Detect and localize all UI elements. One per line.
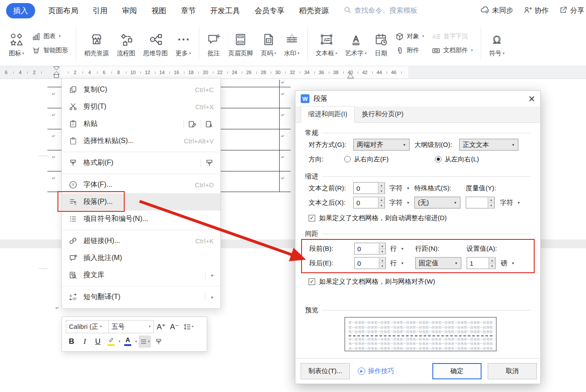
menu-item-paste-special[interactable]: 选择性粘贴(S)...Ctrl+Alt+V — [62, 132, 220, 150]
line-spacing-select[interactable]: 固定值 ▼ — [415, 257, 461, 269]
chevron-down-icon[interactable]: ▾ — [135, 340, 137, 343]
menu-item-copy[interactable]: 复制(C)Ctrl+C — [62, 81, 220, 98]
chevron-down-icon[interactable]: ▾ — [119, 340, 120, 343]
align-button[interactable]: ▾ — [139, 335, 151, 348]
space-after-spinner[interactable]: 0 ▲▼ — [354, 257, 386, 269]
alignment-select[interactable]: 两端对齐 ▼ — [353, 139, 410, 150]
menu-tab-4[interactable]: 视图 — [151, 6, 166, 16]
measure-unit-select[interactable]: 字符▼ — [500, 198, 520, 207]
share-button[interactable]: 分享 — [559, 6, 584, 16]
ribbon-word-art[interactable]: A艺术字▾ — [341, 29, 370, 58]
spin-down-icon[interactable]: ▼ — [378, 203, 385, 208]
spin-down-icon[interactable]: ▼ — [378, 188, 385, 193]
auto-adjust-indent-checkbox[interactable]: ✓ 如果定义了文档网格，则自动调整右缩进(D) — [305, 212, 531, 224]
font-color-button[interactable]: A — [122, 335, 133, 348]
tab-line-and-page-breaks[interactable]: 换行和分页(P) — [355, 107, 410, 122]
spin-up-icon[interactable]: ▲ — [379, 243, 385, 249]
menu-tab-8[interactable]: 稻壳资源 — [299, 6, 329, 16]
font-size-select[interactable]: 五号 ▾ — [108, 321, 153, 333]
tab-indents-and-spacing[interactable]: 缩进和间距(I) — [301, 106, 355, 123]
ribbon-mindmap[interactable]: 思维导图 — [139, 29, 172, 58]
menu-tab-3[interactable]: 审阅 — [122, 6, 137, 16]
underline-button[interactable]: U — [92, 335, 104, 348]
grid-align-checkbox[interactable]: ✓ 如果定义了文档网格，则与网格对齐(W) — [305, 276, 531, 287]
decrease-font-button[interactable]: A⁻ — [169, 321, 180, 333]
ribbon-docer-resources[interactable]: 稻壳资源 — [80, 29, 113, 58]
format-painter-button[interactable] — [153, 335, 164, 348]
menu-extra-format-painter-alt[interactable] — [205, 159, 214, 167]
ribbon-object[interactable]: 对象▾ — [395, 32, 424, 41]
ribbon-doc-part[interactable]: 文档部件▾ — [432, 46, 473, 55]
tips-link[interactable]: ▶ 操作技巧 — [358, 367, 394, 375]
menu-item-translate[interactable]: a中短句翻译(T)▸ — [62, 289, 220, 306]
measure-spinner[interactable]: ▲▼ — [466, 196, 495, 208]
ribbon-flowchart[interactable]: 流程图 — [113, 29, 139, 58]
special-format-select[interactable]: (无) ▼ — [414, 196, 460, 208]
ribbon-more[interactable]: 更多▾ — [172, 29, 195, 58]
ribbon-smart-graphics[interactable]: 智能图形 — [32, 46, 68, 55]
ribbon-watermark[interactable]: 水印▾ — [280, 29, 303, 58]
ribbon-attachment[interactable]: 附件 — [395, 46, 424, 55]
ribbon-text-box[interactable]: A文本框▾ — [312, 29, 341, 58]
text-after-unit-select[interactable]: 字符▼ — [389, 198, 410, 207]
menu-item-cut[interactable]: 剪切(T)Ctrl+X — [62, 98, 220, 115]
cancel-button[interactable]: 取消 — [488, 363, 537, 379]
menu-item-font[interactable]: T字体(F)...Ctrl+D — [62, 176, 220, 193]
menu-extra-paste-text[interactable]: A — [205, 120, 214, 128]
ribbon-drop-cap[interactable]: A首字下沉 — [432, 32, 473, 41]
direction-rtl-radio[interactable]: 从右向左(F) — [344, 155, 388, 163]
menu-item-search-library[interactable]: 搜文库▸ — [62, 267, 220, 284]
spin-up-icon[interactable]: ▲ — [378, 197, 385, 203]
spin-down-icon[interactable]: ▼ — [379, 263, 385, 268]
menu-tab-6[interactable]: 开发工具 — [210, 6, 240, 16]
spin-down-icon[interactable]: ▼ — [379, 249, 385, 254]
menu-item-paragraph[interactable]: ¶段落(P)... — [62, 193, 220, 210]
menu-item-bullets-numbering[interactable]: 项目符号和编号(N)... — [62, 210, 220, 228]
ok-button[interactable]: 确定 — [432, 363, 482, 379]
set-value-spinner[interactable]: 1 ▲▼ — [467, 257, 496, 269]
text-before-spinner[interactable]: 0 ▲▼ — [353, 182, 385, 194]
tab-insert-active[interactable]: 插入 — [6, 3, 35, 18]
menu-tab-5[interactable]: 章节 — [181, 6, 196, 16]
spin-down-icon[interactable]: ▼ — [488, 203, 494, 208]
menu-tab-1[interactable]: 页面布局 — [48, 6, 78, 16]
spin-up-icon[interactable]: ▲ — [379, 257, 385, 263]
ribbon-page-number[interactable]: #页码▾ — [257, 29, 280, 58]
indent-markers[interactable] — [52, 66, 60, 79]
space-before-spinner[interactable]: 0 ▲▼ — [354, 242, 386, 254]
sync-status-button[interactable]: 未同步 — [480, 5, 513, 16]
spin-up-icon[interactable]: ▲ — [489, 257, 495, 263]
text-after-spinner[interactable]: 0 ▲▼ — [353, 196, 385, 208]
dialog-titlebar[interactable]: W 段落 × — [295, 91, 540, 107]
highlight-color-button[interactable] — [105, 335, 117, 348]
space-before-unit-select[interactable]: 行▼ — [390, 244, 404, 253]
tabs-button[interactable]: 制表位(T)... — [301, 363, 350, 379]
direction-ltr-radio[interactable]: 从左向右(L) — [435, 155, 479, 163]
line-spacing-button[interactable]: ▾ — [182, 321, 195, 333]
menu-tab-2[interactable]: 引用 — [93, 6, 108, 16]
menu-item-paste[interactable]: 粘贴A — [62, 115, 220, 132]
menu-item-format-painter[interactable]: 格式刷(F) — [62, 154, 220, 171]
bold-button[interactable]: B — [66, 335, 77, 348]
ribbon-symbol[interactable]: Ω符号▾ — [485, 29, 508, 58]
outline-level-select[interactable]: 正文文本 ▼ — [459, 139, 518, 150]
collaborate-button[interactable]: 协作 — [524, 6, 549, 16]
spin-up-icon[interactable]: ▲ — [488, 197, 494, 203]
spin-down-icon[interactable]: ▼ — [489, 263, 495, 268]
space-after-unit-select[interactable]: 行▼ — [390, 259, 404, 267]
menu-tab-7[interactable]: 会员专享 — [255, 6, 284, 16]
ribbon-comment[interactable]: 批注 — [203, 29, 224, 58]
italic-button[interactable]: I — [79, 335, 90, 348]
menu-extra-paste-format[interactable] — [188, 120, 197, 128]
close-icon[interactable]: × — [528, 93, 535, 104]
search-box[interactable]: 查找命令、搜索模板 — [344, 6, 417, 15]
right-indent-marker[interactable] — [347, 73, 354, 79]
set-value-unit-select[interactable]: 磅▼ — [501, 259, 514, 267]
ribbon-date[interactable]: 日期 — [370, 29, 392, 58]
ribbon-icons[interactable]: 图标▾ — [5, 29, 28, 58]
ribbon-chart[interactable]: 图表▾ — [32, 32, 68, 41]
increase-font-button[interactable]: A⁺ — [155, 321, 167, 333]
menu-item-hyperlink[interactable]: 超链接(H)...Ctrl+K — [62, 232, 220, 249]
ribbon-header-footer[interactable]: 页眉页脚 — [224, 29, 257, 58]
spin-up-icon[interactable]: ▲ — [378, 182, 385, 188]
